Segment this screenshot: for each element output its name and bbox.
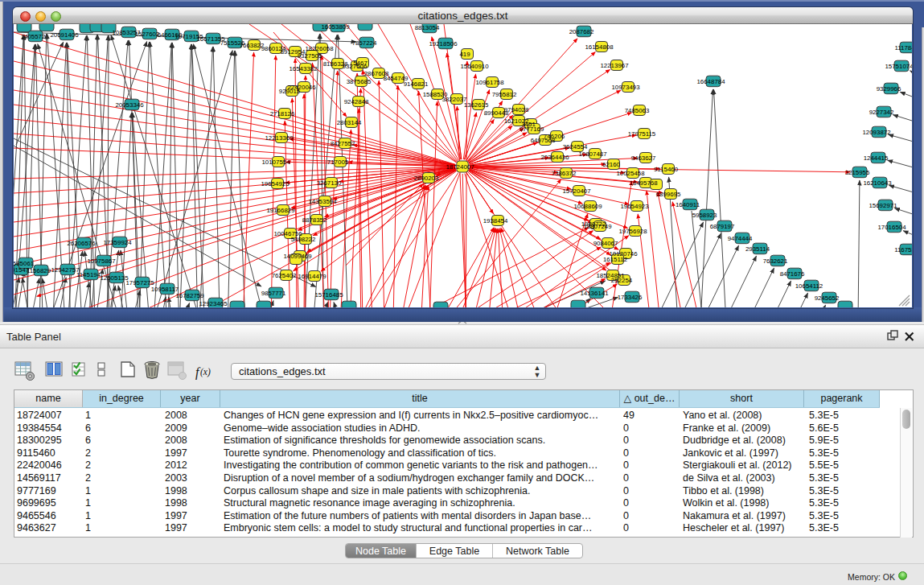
svg-text:15751074: 15751074 bbox=[885, 63, 912, 70]
svg-text:12505135: 12505135 bbox=[100, 274, 129, 282]
svg-text:1733426: 1733426 bbox=[618, 294, 643, 301]
svg-text:3215955: 3215955 bbox=[845, 169, 870, 176]
svg-text:1362615: 1362615 bbox=[464, 101, 489, 109]
svg-text:19756928: 19756928 bbox=[618, 228, 647, 235]
svg-text:10961758: 10961758 bbox=[475, 79, 504, 86]
svg-text:9084067: 9084067 bbox=[593, 240, 618, 247]
svg-text:3875685: 3875685 bbox=[347, 78, 372, 85]
svg-text:1145194: 1145194 bbox=[76, 271, 101, 278]
svg-text:252254: 252254 bbox=[611, 277, 633, 284]
svg-text:16053809: 16053809 bbox=[321, 24, 350, 31]
svg-text:111784: 111784 bbox=[894, 44, 912, 51]
svg-text:18495768: 18495768 bbox=[629, 179, 658, 187]
svg-text:9329966: 9329966 bbox=[877, 85, 901, 93]
svg-text:14099469: 14099469 bbox=[283, 253, 312, 260]
svg-text:9327505: 9327505 bbox=[298, 52, 322, 60]
svg-text:9242848: 9242848 bbox=[344, 98, 369, 105]
svg-text:7625402: 7625402 bbox=[272, 272, 297, 279]
svg-text:6879197: 6879197 bbox=[710, 223, 735, 230]
svg-text:1156829: 1156829 bbox=[27, 267, 51, 274]
svg-text:15716485: 15716485 bbox=[314, 291, 343, 299]
svg-text:26206576: 26206576 bbox=[67, 240, 96, 247]
svg-text:9245652: 9245652 bbox=[815, 295, 840, 302]
svg-text:2935114: 2935114 bbox=[745, 245, 770, 253]
svg-text:1527602: 1527602 bbox=[135, 31, 160, 38]
svg-text:5958923: 5958923 bbox=[692, 212, 717, 219]
svg-text:16543382: 16543382 bbox=[289, 65, 317, 72]
svg-text:19166829: 19166829 bbox=[266, 207, 295, 214]
svg-text:7386372: 7386372 bbox=[552, 170, 577, 177]
svg-text:16154808: 16154808 bbox=[585, 43, 614, 51]
svg-text:16782759: 16782759 bbox=[175, 292, 204, 299]
svg-text:10975867: 10975867 bbox=[87, 257, 115, 265]
svg-text:2718126: 2718126 bbox=[270, 110, 295, 117]
svg-text:10025458: 10025458 bbox=[616, 170, 645, 177]
svg-text:10958117: 10958117 bbox=[151, 286, 179, 293]
svg-text:16210643: 16210643 bbox=[863, 179, 892, 187]
svg-text:62160: 62160 bbox=[602, 161, 621, 168]
svg-text:1938454: 1938454 bbox=[483, 217, 508, 225]
svg-text:1244415: 1244415 bbox=[864, 154, 889, 162]
svg-text:2087682: 2087682 bbox=[569, 28, 594, 35]
svg-text:717005: 717005 bbox=[327, 159, 349, 166]
svg-text:10654112: 10654112 bbox=[795, 282, 823, 290]
svg-text:12942757: 12942757 bbox=[51, 266, 79, 274]
svg-text:8878352: 8878352 bbox=[302, 216, 327, 224]
svg-text:3267130: 3267130 bbox=[317, 179, 342, 187]
svg-text:18807249: 18807249 bbox=[583, 223, 612, 230]
svg-text:9794028: 9794028 bbox=[504, 106, 529, 113]
svg-text:14353594: 14353594 bbox=[308, 198, 337, 205]
svg-text:929015: 929015 bbox=[279, 88, 301, 95]
svg-text:7485063: 7485063 bbox=[625, 107, 650, 114]
svg-text:10688609: 10688609 bbox=[573, 203, 602, 210]
svg-text:2803144: 2803144 bbox=[337, 119, 362, 126]
svg-text:16648784: 16648784 bbox=[696, 78, 725, 85]
svg-text:18724007: 18724007 bbox=[446, 163, 474, 171]
svg-text:16914479: 16914479 bbox=[298, 273, 326, 280]
svg-text:19654925: 19654925 bbox=[261, 180, 290, 187]
svg-text:9777169: 9777169 bbox=[519, 126, 544, 133]
svg-text:116753: 116753 bbox=[894, 246, 912, 253]
svg-text:19218506: 19218506 bbox=[429, 40, 458, 47]
svg-text:17975115: 17975115 bbox=[628, 130, 656, 138]
svg-text:17359924: 17359924 bbox=[103, 239, 132, 246]
svg-text:10107554: 10107554 bbox=[261, 159, 290, 166]
svg-text:6899695: 6899695 bbox=[656, 191, 681, 198]
svg-text:20691406: 20691406 bbox=[50, 31, 79, 39]
svg-text:5467: 5467 bbox=[353, 60, 368, 67]
svg-text:9857771: 9857771 bbox=[261, 290, 286, 297]
svg-text:(x): (x) bbox=[200, 367, 211, 377]
svg-text:9115460: 9115460 bbox=[654, 166, 679, 173]
svg-text:20053346: 20053346 bbox=[115, 101, 144, 109]
svg-text:7857224: 7857224 bbox=[352, 39, 377, 47]
svg-text:15640910: 15640910 bbox=[460, 63, 489, 70]
svg-text:18226058: 18226058 bbox=[305, 45, 334, 52]
svg-text:7955812: 7955812 bbox=[492, 91, 517, 98]
svg-text:585061: 585061 bbox=[14, 260, 34, 267]
svg-text:15692971: 15692971 bbox=[869, 202, 897, 209]
svg-text:14136141: 14136141 bbox=[580, 290, 608, 297]
svg-text:10807487: 10807487 bbox=[578, 150, 606, 158]
svg-text:1615112: 1615112 bbox=[603, 256, 627, 263]
svg-text:19654923: 19654923 bbox=[620, 203, 649, 210]
svg-text:8427552: 8427552 bbox=[331, 140, 355, 147]
svg-text:9146821: 9146821 bbox=[404, 80, 429, 88]
svg-text:12093872: 12093872 bbox=[862, 129, 890, 136]
svg-text:1640911: 1640911 bbox=[676, 201, 700, 208]
svg-text:9227342: 9227342 bbox=[869, 109, 894, 116]
svg-text:746206: 746206 bbox=[544, 133, 565, 140]
svg-text:3624554: 3624554 bbox=[563, 143, 588, 150]
svg-text:7632621: 7632621 bbox=[763, 257, 788, 265]
svg-text:12923465: 12923465 bbox=[199, 300, 228, 307]
svg-text:9474444: 9474444 bbox=[728, 235, 753, 242]
svg-text:12213967: 12213967 bbox=[600, 62, 628, 69]
svg-text:9463627: 9463627 bbox=[631, 154, 656, 162]
svg-text:8471676: 8471676 bbox=[780, 270, 805, 278]
svg-text:1405572: 1405572 bbox=[21, 33, 46, 40]
svg-text:15720407: 15720407 bbox=[562, 187, 590, 195]
svg-text:20364436: 20364436 bbox=[540, 154, 569, 161]
svg-text:8813054: 8813054 bbox=[415, 24, 440, 31]
svg-text:419: 419 bbox=[459, 51, 470, 58]
svg-text:17016504: 17016504 bbox=[877, 224, 906, 231]
svg-text:5498222: 5498222 bbox=[291, 236, 316, 243]
